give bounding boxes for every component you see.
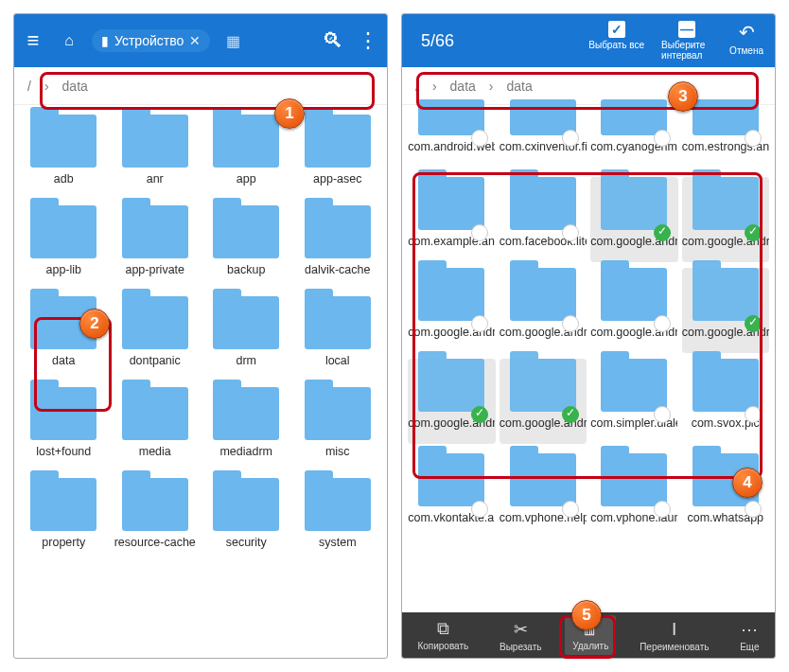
folder-label: dontpanic [112, 355, 199, 381]
folder-icon [418, 268, 484, 321]
folder-item[interactable]: com.vkontakte.android [408, 453, 496, 539]
folder-label: adb [20, 173, 107, 200]
callout-3: 3 [668, 81, 698, 112]
select-range-button[interactable]: — Выберите интервал [661, 21, 712, 61]
checkbox-icon[interactable] [654, 501, 671, 518]
more-button[interactable]: ⋯Еще [732, 615, 766, 656]
checkbox-icon[interactable] [654, 130, 671, 147]
folder-item[interactable]: lost+found [20, 387, 108, 472]
folder-item[interactable]: com.example.android.sof [408, 177, 496, 262]
folder-item[interactable]: media [112, 387, 200, 472]
crumb-data[interactable]: data [62, 79, 88, 94]
search-icon[interactable]: 🔍︎ [319, 28, 345, 53]
folder-item[interactable]: dontpanic [112, 296, 200, 381]
checkbox-icon[interactable] [562, 501, 579, 518]
folder-item[interactable]: misc [294, 387, 382, 472]
folder-item[interactable]: com.google.android.gsf.l [500, 268, 587, 353]
checkmark-icon[interactable] [471, 406, 488, 423]
folder-item[interactable]: property [20, 478, 108, 563]
folder-item[interactable]: adb [20, 115, 108, 200]
folder-item[interactable]: security [202, 478, 290, 563]
crumb-data1[interactable]: data [450, 79, 476, 94]
folder-item[interactable]: backup [202, 205, 290, 291]
windows-icon[interactable]: ▦ [219, 32, 246, 50]
menu-icon[interactable]: ≡ [20, 28, 46, 53]
folder-item[interactable]: com.vphone.launcher [590, 453, 678, 539]
checkmark-icon[interactable] [654, 224, 671, 241]
overflow-icon[interactable]: ⋮ [355, 28, 381, 53]
folder-label: lost+found [20, 446, 107, 472]
checkmark-icon[interactable] [562, 406, 579, 423]
undo-icon: ↶ [739, 21, 755, 44]
folder-item[interactable]: system [294, 478, 382, 563]
crumb-root[interactable]: / [415, 79, 419, 94]
checkmark-icon[interactable] [745, 315, 762, 332]
folder-item[interactable]: com.cyanogenmod.filem [590, 109, 678, 168]
copy-button[interactable]: ⧉Копировать [410, 615, 476, 655]
folder-icon [510, 268, 576, 321]
folder-item[interactable]: drm [202, 296, 290, 381]
checkbox-icon[interactable] [471, 501, 488, 518]
folder-item[interactable]: com.cxinventor.file.explor [500, 109, 587, 168]
folder-icon [122, 205, 188, 258]
folder-item[interactable]: com.simpler.dialer [590, 359, 678, 444]
checkbox-icon[interactable] [745, 501, 762, 518]
folder-item[interactable]: com.vphone.helper [500, 453, 587, 539]
cut-button[interactable]: ✂Вырезать [492, 615, 549, 656]
checkbox-icon[interactable] [471, 315, 488, 332]
checkbox-icon[interactable] [745, 130, 762, 147]
folder-label: mediadrm [202, 446, 289, 472]
select-all-button[interactable]: ✓ Выбрать все [588, 21, 644, 61]
folder-item[interactable]: com.google.android.vide [500, 359, 587, 444]
checkbox-icon[interactable] [745, 406, 762, 423]
crumb-data2[interactable]: data [506, 79, 532, 94]
folder-item[interactable]: local [294, 296, 382, 381]
crumb-root[interactable]: / [27, 79, 31, 94]
folder-item[interactable]: app-private [112, 205, 200, 291]
folder-item[interactable]: resource-cache [112, 478, 200, 563]
sd-icon: ▮ [101, 33, 109, 48]
folder-item[interactable]: com.svox.pic [682, 359, 770, 444]
checkbox-icon[interactable] [562, 315, 579, 332]
folder-item[interactable]: com.estrongs.android.po [682, 109, 770, 168]
folder-icon [601, 268, 667, 321]
appbar-left: ≡ ⌂ ▮ Устройство ✕ ▦ 🔍︎ ⋮ [14, 14, 387, 67]
callout-5: 5 [571, 600, 602, 630]
folder-item[interactable]: mediadrm [202, 387, 290, 472]
folder-icon [510, 453, 576, 506]
folder-item[interactable]: dalvik-cache [294, 205, 382, 291]
cancel-button[interactable]: ↶ Отмена [729, 21, 763, 61]
rename-button[interactable]: ⅠПереименовать [632, 615, 716, 656]
folder-item[interactable]: com.google.android.apps [590, 177, 678, 262]
folder-item[interactable]: anr [112, 115, 200, 200]
folder-item[interactable]: app [202, 115, 290, 200]
checkbox-icon[interactable] [471, 130, 488, 147]
folder-icon [418, 359, 484, 412]
folder-item[interactable]: com.google.android.gms [682, 177, 770, 262]
checkmark-icon[interactable] [745, 224, 762, 241]
folder-icon [213, 296, 279, 349]
checkbox-icon[interactable] [654, 406, 671, 423]
folder-item[interactable]: com.android.webview [408, 109, 496, 168]
folder-item[interactable]: com.google.android.insta [590, 268, 678, 353]
folder-icon [693, 268, 759, 321]
folder-item[interactable]: com.google.android.play [408, 359, 496, 444]
checkbox-icon[interactable] [562, 224, 579, 241]
folder-item[interactable]: app-asec [294, 115, 382, 200]
checkbox-icon[interactable] [562, 130, 579, 147]
folder-item[interactable]: com.whatsapp [682, 453, 770, 539]
checkbox-icon[interactable] [654, 315, 671, 332]
location-chip[interactable]: ▮ Устройство ✕ [92, 29, 210, 52]
checkbox-icon[interactable] [471, 224, 488, 241]
folder-item[interactable]: app-lib [20, 205, 108, 291]
folder-icon [213, 115, 279, 168]
folder-item[interactable]: com.google.android.mus [682, 268, 770, 353]
selection-count: 5/66 [421, 31, 454, 51]
home-icon[interactable]: ⌂ [56, 32, 82, 49]
breadcrumb-left[interactable]: / › data [14, 67, 387, 105]
folder-item[interactable]: com.facebook.lite [500, 177, 587, 262]
folder-icon [418, 453, 484, 506]
folder-grid-left: adbanrappapp-asecapp-libapp-privatebacku… [14, 105, 387, 573]
close-chip-icon[interactable]: ✕ [189, 33, 201, 48]
folder-item[interactable]: com.google.android.gsf [408, 268, 496, 353]
